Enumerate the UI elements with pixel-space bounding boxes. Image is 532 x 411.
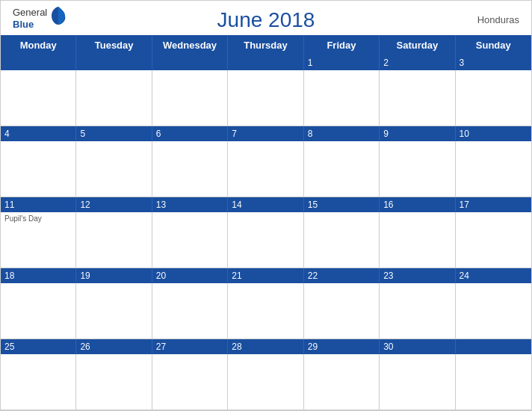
- weeks-container: 1234567891011121314151617Pupil's Day1819…: [1, 55, 531, 410]
- body-cell-3-4: [304, 283, 380, 339]
- logo-general-text: General: [13, 7, 47, 19]
- body-cell-1-1: [76, 141, 152, 197]
- date-cell-1-6: 10: [456, 126, 531, 141]
- date-cell-3-5: 23: [380, 268, 455, 283]
- logo: General Blue: [13, 7, 66, 30]
- body-cell-0-3: [228, 70, 303, 126]
- date-cell-0-4: 1: [304, 55, 380, 70]
- body-cell-1-5: [380, 141, 455, 197]
- week-1: 45678910: [1, 126, 531, 197]
- body-cell-0-1: [76, 70, 152, 126]
- date-cell-3-1: 19: [76, 268, 152, 283]
- body-cell-4-4: [304, 354, 380, 410]
- day-header-monday: Monday: [1, 35, 76, 55]
- date-cell-4-5: 30: [380, 339, 455, 354]
- body-cell-4-0: [1, 354, 76, 410]
- day-header-sunday: Sunday: [456, 35, 531, 55]
- body-cell-0-5: [380, 70, 455, 126]
- calendar-header: General Blue June 2018 Honduras: [1, 1, 531, 35]
- country-label: Honduras: [477, 14, 519, 25]
- body-cell-1-2: [152, 141, 228, 197]
- date-cell-0-0: [1, 55, 76, 70]
- date-cell-3-0: 18: [1, 268, 76, 283]
- date-cell-2-1: 12: [76, 197, 152, 212]
- body-cell-4-1: [76, 354, 152, 410]
- calendar: General Blue June 2018 Honduras MondayTu…: [0, 0, 532, 411]
- body-cell-0-2: [152, 70, 228, 126]
- body-cell-1-6: [456, 141, 531, 197]
- week-date-row-3: 18192021222324: [1, 268, 531, 283]
- body-cell-3-0: [1, 283, 76, 339]
- body-cell-2-4: [304, 212, 380, 268]
- date-cell-2-2: 13: [152, 197, 228, 212]
- week-date-row-1: 45678910: [1, 126, 531, 141]
- day-header-tuesday: Tuesday: [76, 35, 152, 55]
- body-cell-3-2: [152, 283, 228, 339]
- date-cell-0-1: [76, 55, 152, 70]
- date-cell-1-0: 4: [1, 126, 76, 141]
- date-cell-1-5: 9: [380, 126, 455, 141]
- day-header-saturday: Saturday: [380, 35, 455, 55]
- date-cell-4-3: 28: [228, 339, 303, 354]
- date-cell-4-2: 27: [152, 339, 228, 354]
- body-cell-4-3: [228, 354, 303, 410]
- date-cell-3-3: 21: [228, 268, 303, 283]
- date-cell-4-1: 26: [76, 339, 152, 354]
- week-date-row-0: 123: [1, 55, 531, 70]
- logo-bird-icon: [50, 5, 66, 29]
- week-body-row-1: [1, 141, 531, 197]
- body-cell-1-4: [304, 141, 380, 197]
- date-cell-0-5: 2: [380, 55, 455, 70]
- body-cell-0-6: [456, 70, 531, 126]
- week-0: 123: [1, 55, 531, 126]
- body-cell-1-3: [228, 141, 303, 197]
- body-cell-0-0: [1, 70, 76, 126]
- week-body-row-0: [1, 70, 531, 126]
- body-cell-4-5: [380, 354, 455, 410]
- body-cell-4-2: [152, 354, 228, 410]
- logo-blue-text: Blue: [13, 19, 47, 31]
- date-cell-1-3: 7: [228, 126, 303, 141]
- date-cell-0-6: 3: [456, 55, 531, 70]
- date-cell-2-3: 14: [228, 197, 303, 212]
- day-headers: MondayTuesdayWednesdayThursdayFridaySatu…: [1, 35, 531, 55]
- body-cell-2-3: [228, 212, 303, 268]
- body-cell-2-5: [380, 212, 455, 268]
- date-cell-1-2: 6: [152, 126, 228, 141]
- body-cell-3-1: [76, 283, 152, 339]
- body-cell-2-1: [76, 212, 152, 268]
- body-cell-0-4: [304, 70, 380, 126]
- day-header-thursday: Thursday: [228, 35, 303, 55]
- week-date-row-4: 252627282930: [1, 339, 531, 354]
- body-cell-3-6: [456, 283, 531, 339]
- body-cell-1-0: [1, 141, 76, 197]
- day-header-friday: Friday: [304, 35, 380, 55]
- week-body-row-3: [1, 283, 531, 339]
- event-label: Pupil's Day: [4, 214, 42, 223]
- week-3: 18192021222324: [1, 268, 531, 339]
- body-cell-2-0: Pupil's Day: [1, 212, 76, 268]
- week-date-row-2: 11121314151617: [1, 197, 531, 212]
- date-cell-0-3: [228, 55, 303, 70]
- date-cell-1-1: 5: [76, 126, 152, 141]
- date-cell-2-5: 16: [380, 197, 455, 212]
- day-header-wednesday: Wednesday: [152, 35, 228, 55]
- date-cell-3-4: 22: [304, 268, 380, 283]
- body-cell-4-6: [456, 354, 531, 410]
- week-4: 252627282930: [1, 339, 531, 410]
- date-cell-0-2: [152, 55, 228, 70]
- body-cell-2-6: [456, 212, 531, 268]
- date-cell-1-4: 8: [304, 126, 380, 141]
- body-cell-2-2: [152, 212, 228, 268]
- week-body-row-4: [1, 354, 531, 410]
- date-cell-4-6: [456, 339, 531, 354]
- body-cell-3-5: [380, 283, 455, 339]
- date-cell-3-6: 24: [456, 268, 531, 283]
- body-cell-3-3: [228, 283, 303, 339]
- date-cell-3-2: 20: [152, 268, 228, 283]
- date-cell-2-6: 17: [456, 197, 531, 212]
- week-body-row-2: Pupil's Day: [1, 212, 531, 268]
- week-2: 11121314151617Pupil's Day: [1, 197, 531, 268]
- date-cell-4-0: 25: [1, 339, 76, 354]
- calendar-title: June 2018: [217, 8, 315, 32]
